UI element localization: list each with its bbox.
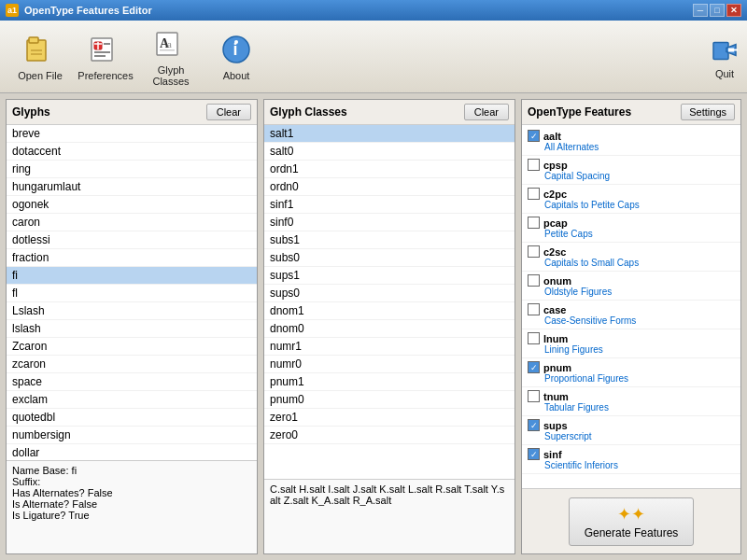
ot-feature-item[interactable]: c2scCapitals to Small Caps [522, 243, 740, 272]
settings-button[interactable]: Settings [681, 104, 735, 120]
list-item[interactable]: numr1 [264, 338, 514, 356]
list-item[interactable]: dnom1 [264, 302, 514, 320]
list-item[interactable]: sups1 [264, 267, 514, 285]
quit-button[interactable]: Quit [710, 35, 740, 78]
list-item[interactable]: dnom0 [264, 320, 514, 338]
list-item[interactable]: ogonek [7, 196, 257, 214]
list-item[interactable]: caron [7, 214, 257, 231]
list-item[interactable]: Zcaron [7, 338, 257, 356]
list-item[interactable]: zero1 [264, 409, 514, 427]
glyph-is-ligature: Is Ligature? True [12, 510, 251, 521]
close-button[interactable]: ✕ [726, 4, 741, 17]
ot-feature-desc: Scientific Inferiors [528, 460, 735, 470]
list-item[interactable]: quotedbl [7, 409, 257, 427]
glyphs-list[interactable]: brevedotaccentringhungarumlautogonekcaro… [7, 125, 257, 460]
ot-feature-desc: All Alternates [528, 142, 735, 152]
list-item[interactable]: hungarumlaut [7, 178, 257, 196]
glyph-classes-panel: Glyph Classes Clear salt1salt0ordn1ordn0… [263, 99, 515, 554]
ot-feature-code: pnum [543, 362, 571, 373]
ot-feature-item[interactable]: pcapPetite Caps [522, 214, 740, 243]
quit-label: Quit [715, 67, 734, 78]
list-item[interactable]: ring [7, 161, 257, 178]
glyph-classes-info-text: C.salt H.salt I.salt J.salt K.salt L.sal… [270, 483, 504, 506]
minimize-button[interactable]: ─ [693, 4, 708, 17]
ot-feature-item[interactable]: sinfScientific Inferiors [522, 445, 740, 474]
ot-feature-code: onum [543, 275, 571, 287]
list-item[interactable]: subs0 [264, 249, 514, 267]
list-item[interactable]: salt1 [264, 125, 514, 143]
open-file-button[interactable]: Open File [7, 25, 73, 89]
ot-feature-code: sups [543, 420, 568, 431]
svg-rect-2 [31, 49, 42, 51]
list-item[interactable]: space [7, 373, 257, 391]
list-item[interactable]: fi [7, 267, 257, 285]
list-item[interactable]: pnum0 [264, 391, 514, 409]
ot-feature-desc: Petite Caps [528, 229, 735, 239]
ot-feature-item[interactable]: onumOldstyle Figures [522, 272, 740, 301]
glyph-classes-list[interactable]: salt1salt0ordn1ordn0sinf1sinf0subs1subs0… [264, 125, 514, 479]
about-icon: i [219, 33, 253, 66]
list-item[interactable]: dotaccent [7, 143, 257, 161]
ot-feature-checkbox[interactable] [528, 188, 540, 200]
list-item[interactable]: numr0 [264, 356, 514, 373]
ot-feature-checkbox[interactable] [528, 419, 540, 431]
ot-feature-desc: Capitals to Petite Caps [528, 200, 735, 210]
list-item[interactable]: sinf0 [264, 214, 514, 231]
ot-feature-checkbox[interactable] [528, 159, 540, 171]
glyph-classes-clear-button[interactable]: Clear [464, 104, 509, 120]
list-item[interactable]: fl [7, 285, 257, 302]
glyph-classes-icon: A a [154, 27, 188, 61]
list-item[interactable]: zero0 [264, 427, 514, 444]
list-item[interactable]: Lslash [7, 302, 257, 320]
list-item[interactable]: salt0 [264, 143, 514, 161]
ot-feature-item[interactable]: lnumLining Figures [522, 329, 740, 358]
list-item[interactable]: lslash [7, 320, 257, 338]
ot-feature-checkbox[interactable] [528, 303, 540, 315]
ot-feature-checkbox[interactable] [528, 274, 540, 287]
list-item[interactable]: breve [7, 125, 257, 143]
ot-feature-code: tnum [543, 391, 569, 402]
ot-feature-item[interactable]: caseCase-Sensitive Forms [522, 301, 740, 329]
glyphs-info-panel: Name Base: fi Suffix: Has Alternates? Fa… [7, 460, 257, 553]
glyph-has-alternates: Has Alternates? False [12, 487, 251, 498]
ot-feature-item[interactable]: c2pcCapitals to Petite Caps [522, 185, 740, 214]
list-item[interactable]: dollar [7, 444, 257, 460]
list-item[interactable]: ordn1 [264, 161, 514, 178]
list-item[interactable]: sinf1 [264, 196, 514, 214]
ot-feature-checkbox[interactable] [528, 448, 540, 460]
toolbar: Open File Preferences A a Gly [0, 21, 747, 93]
svg-rect-14 [160, 49, 175, 51]
glyph-classes-button[interactable]: A a Glyph Classes [138, 25, 204, 89]
ot-feature-checkbox[interactable] [528, 130, 540, 142]
ot-feature-item[interactable]: aaltAll Alternates [522, 127, 740, 156]
list-item[interactable]: zcaron [7, 356, 257, 373]
ot-feature-item[interactable]: tnumTabular Figures [522, 387, 740, 416]
list-item[interactable]: dotlessi [7, 231, 257, 249]
ot-feature-item[interactable]: supsSuperscript [522, 416, 740, 445]
ot-feature-checkbox[interactable] [528, 390, 540, 402]
ot-feature-item[interactable]: cpspCapital Spacing [522, 156, 740, 185]
ot-feature-desc: Lining Figures [528, 344, 735, 355]
list-item[interactable]: sups0 [264, 285, 514, 302]
ot-feature-checkbox[interactable] [528, 217, 540, 229]
maximize-button[interactable]: □ [710, 4, 725, 17]
list-item[interactable]: pnum1 [264, 373, 514, 391]
ot-feature-checkbox[interactable] [528, 245, 540, 258]
ot-feature-item[interactable]: pnumProportional Figures [522, 358, 740, 387]
list-item[interactable]: numbersign [7, 427, 257, 444]
about-button[interactable]: i About [204, 25, 269, 89]
generate-features-button[interactable]: ✦✦ Generate Features [569, 497, 695, 546]
svg-rect-8 [104, 43, 110, 45]
list-item[interactable]: subs1 [264, 231, 514, 249]
svg-rect-1 [29, 37, 38, 43]
list-item[interactable]: fraction [7, 249, 257, 267]
ot-feature-checkbox[interactable] [528, 332, 540, 344]
ot-feature-checkbox[interactable] [528, 361, 540, 373]
list-item[interactable]: ordn0 [264, 178, 514, 196]
glyph-is-alternate: Is Alternate? False [12, 498, 251, 510]
preferences-button[interactable]: Preferences [73, 25, 138, 89]
ot-title: OpenType Features [528, 105, 631, 119]
glyphs-clear-button[interactable]: Clear [206, 104, 251, 120]
list-item[interactable]: exclam [7, 391, 257, 409]
ot-feature-code: aalt [543, 131, 561, 142]
